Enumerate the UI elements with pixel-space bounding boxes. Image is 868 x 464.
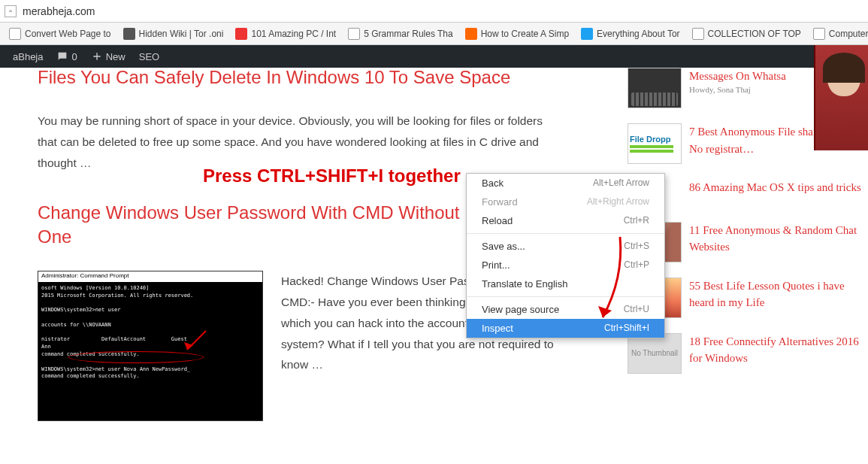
bookmark-item[interactable]: Hidden Wiki | Tor .oni [117, 23, 230, 44]
sidebar-link[interactable]: 86 Amazing Mac OS X tips and tricks [689, 181, 861, 193]
user-avatar [814, 45, 868, 150]
bookmark-label: 101 Amazing PC / Int [251, 29, 336, 39]
bookmark-item[interactable]: Convert Web Page to [3, 23, 117, 44]
page-body: Files You Can Safely Delete In Windows 1… [0, 68, 868, 464]
sidebar-thumb: File Dropp [628, 123, 682, 164]
ctx-label: Print... [482, 259, 510, 271]
ctx-view-page-source[interactable]: View page sourceCtrl+U [467, 300, 664, 319]
ctx-reload[interactable]: ReloadCtrl+R [467, 211, 664, 230]
ctx-label: Back [482, 177, 504, 189]
ctx-shortcut: Alt+Left Arrow [593, 177, 649, 189]
bookmark-label: COLLECTION OF TOP [708, 29, 801, 39]
bookmark-label: Everything About Tor [597, 29, 680, 39]
ctx-print-[interactable]: Print...Ctrl+P [467, 256, 664, 274]
ctx-translate-to-english[interactable]: Translate to English [467, 274, 664, 293]
address-bar[interactable]: ▫ merabheja.com [0, 0, 868, 23]
wp-comments[interactable]: 0 [50, 45, 83, 68]
context-menu: BackAlt+Left ArrowForwardAlt+Right Arrow… [466, 173, 665, 338]
sidebar-link[interactable]: Messages On Whatsa [689, 70, 786, 82]
article-1-title[interactable]: Files You Can Safely Delete In Windows 1… [38, 67, 510, 87]
ctx-label: Save as... [482, 241, 525, 252]
bookmark-favicon [348, 28, 360, 40]
ctx-shortcut: Ctrl+S [624, 241, 649, 252]
bookmark-favicon [465, 28, 477, 40]
bookmark-item[interactable]: How to Create A Simp [459, 23, 575, 44]
sidebar-item: No Thumbnail18 Free Connectify Alternati… [628, 333, 864, 374]
ctx-shortcut: Ctrl+U [624, 304, 649, 315]
article-1-text: You may be running short of space in you… [38, 111, 564, 174]
comment-icon [56, 50, 68, 62]
sidebar-link[interactable]: 11 Free Anonymous & Random Chat Websites [689, 224, 857, 253]
wp-site-name[interactable]: aBheja [6, 45, 50, 68]
wp-seo[interactable]: SEO [132, 45, 166, 68]
bookmark-label: Computer Tricks - Sn [829, 29, 868, 39]
ctx-label: Translate to English [482, 278, 567, 290]
bookmark-item[interactable]: COLLECTION OF TOP [686, 23, 807, 44]
ctx-label: Forward [482, 196, 518, 208]
bookmark-favicon [813, 28, 825, 40]
bookmark-favicon [692, 28, 704, 40]
annotation-arrow-cmd [180, 327, 210, 360]
url-text: merabheja.com [23, 5, 863, 17]
cmd-titlebar: Administrator: Command Prompt [38, 271, 262, 282]
ctx-label: Reload [482, 215, 513, 226]
bookmark-label: 5 Grammar Rules Tha [364, 29, 452, 39]
bookmark-label: Convert Web Page to [25, 29, 111, 39]
bookmark-favicon [123, 28, 135, 40]
sidebar-thumb: No Thumbnail [628, 333, 682, 374]
bookmark-item[interactable]: 5 Grammar Rules Tha [342, 23, 458, 44]
ctx-shortcut: Ctrl+R [624, 215, 649, 226]
annotation-text: Press CTRL+SHIFT+I together [203, 165, 461, 187]
ctx-label: Inspect [482, 323, 513, 334]
sidebar-link[interactable]: 55 Best Life Lesson Quotes i have heard … [689, 280, 845, 309]
cmd-screenshot: Administrator: Command Prompt osoft Wind… [38, 271, 263, 421]
ctx-shortcut: Ctrl+P [624, 259, 649, 271]
plus-icon [91, 50, 103, 62]
ctx-shortcut: Ctrl+Shift+I [604, 323, 649, 334]
ctx-forward: ForwardAlt+Right Arrow [467, 193, 664, 211]
bookmark-label: How to Create A Simp [481, 29, 569, 39]
ctx-shortcut: Alt+Right Arrow [587, 196, 649, 208]
bookmark-favicon [235, 28, 247, 40]
ctx-separator [467, 296, 664, 297]
wp-new[interactable]: New [84, 45, 132, 68]
bookmark-favicon [581, 28, 593, 40]
bookmarks-bar: Convert Web Page toHidden Wiki | Tor .on… [0, 23, 868, 45]
page-icon: ▫ [5, 5, 17, 17]
bookmark-label: Hidden Wiki | Tor .oni [139, 29, 224, 39]
bookmark-item[interactable]: Everything About Tor [575, 23, 686, 44]
wp-admin-bar: aBheja 0 New SEO [0, 45, 868, 68]
ctx-inspect[interactable]: InspectCtrl+Shift+I [467, 319, 664, 338]
bookmark-item[interactable]: 101 Amazing PC / Int [229, 23, 342, 44]
ctx-save-as-[interactable]: Save as...Ctrl+S [467, 237, 664, 256]
bookmark-favicon [9, 28, 21, 40]
sidebar-subtext: Howdy, Sona Thaj [689, 85, 786, 94]
ctx-back[interactable]: BackAlt+Left Arrow [467, 174, 664, 193]
sidebar-link[interactable]: 18 Free Connectify Alternatives 2016 for… [689, 335, 859, 365]
ctx-separator [467, 233, 664, 234]
bookmark-item[interactable]: Computer Tricks - Sn [807, 23, 868, 44]
sidebar-thumb [628, 68, 682, 108]
cmd-output: osoft Windows [Version 10.0.10240] 2015 … [38, 282, 262, 384]
ctx-label: View page source [482, 304, 559, 315]
